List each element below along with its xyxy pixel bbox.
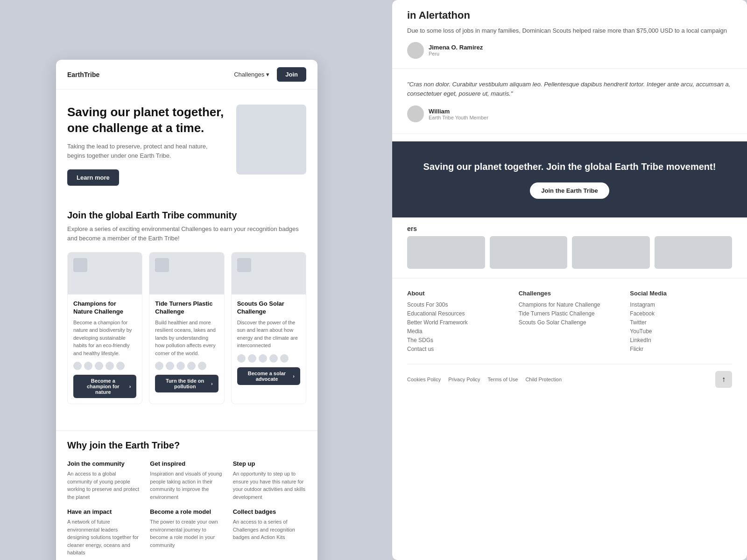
why-heading-1: Join the community (67, 460, 141, 467)
challenge-card-image-2 (149, 252, 224, 294)
why-section: Why join the Earth Tribe? Join the commu… (56, 430, 317, 560)
community-section: Join the global Earth Tribe community Ex… (56, 197, 317, 430)
testimonial-thumb-3 (572, 236, 650, 269)
arrow-right-icon: › (129, 384, 131, 389)
join-earth-tribe-button[interactable]: Join the Earth Tribe (530, 182, 609, 199)
footer-about: About Scouts For 300s Educational Resour… (407, 290, 509, 355)
why-item-impact: Have an impact A network of future envir… (67, 508, 141, 557)
why-heading-4: Have an impact (67, 508, 141, 515)
challenge-title-2: Tide Turners Plastic Challenge (155, 300, 218, 316)
main-card: EarthTribe Challenges ▾ Join Saving our … (56, 60, 317, 560)
footer-terms[interactable]: Terms of Use (488, 377, 518, 382)
why-item-rolemodel: Become a role model The power to create … (150, 508, 223, 557)
challenge-card-image-1 (68, 252, 142, 294)
quote-reviewer: William Earth Tribe Youth Member (407, 105, 732, 122)
challenge-cards: Champions for Nature Challenge Become a … (67, 252, 306, 404)
challenge-desc-2: Build healthier and more resilient ocean… (155, 319, 218, 357)
footer-about-media[interactable]: Media (407, 328, 509, 335)
footer-challenges-champions[interactable]: Champions for Nature Challenge (519, 301, 621, 308)
footer-columns: About Scouts For 300s Educational Resour… (407, 290, 732, 355)
dot (259, 354, 267, 363)
footer-social-title: Social Media (630, 290, 732, 297)
testimonial-thumb-1 (407, 236, 485, 269)
dot (95, 362, 103, 370)
challenge-card-tide: Tide Turners Plastic Challenge Build hea… (149, 252, 224, 404)
footer-privacy[interactable]: Privacy Policy (448, 377, 480, 382)
footer-about-sdgs[interactable]: The SDGs (407, 337, 509, 343)
footer-about-educational[interactable]: Educational Resources (407, 310, 509, 317)
challenge-badge-3 (237, 258, 251, 272)
challenge-card-body-1: Champions for Nature Challenge Become a … (68, 294, 142, 404)
testimonial-grid (392, 236, 747, 278)
footer-child[interactable]: Child Protection (525, 377, 562, 382)
dot (166, 362, 174, 370)
why-text-4: A network of future environmental leader… (67, 518, 141, 557)
why-text-3: An opportunity to step up to ensure you … (233, 470, 306, 501)
learn-more-button[interactable]: Learn more (67, 169, 119, 186)
why-item-inspired: Get inspired Inspiration and visuals of … (150, 460, 223, 501)
why-title: Why join the Earth Tribe? (67, 440, 306, 451)
why-item-badges: Collect badges An access to a series of … (233, 508, 306, 557)
footer-social-youtube[interactable]: YouTube (630, 328, 732, 335)
footer-social-instagram[interactable]: Instagram (630, 301, 732, 308)
why-item-community: Join the community An access to a global… (67, 460, 141, 501)
right-panel: in Alertathon Due to some loss of jobs i… (392, 0, 747, 560)
challenge-card-body-2: Tide Turners Plastic Challenge Build hea… (149, 294, 224, 398)
join-button[interactable]: Join (277, 67, 306, 82)
challenge-card-body-3: Scouts Go Solar Challenge Discover the p… (232, 294, 306, 391)
challenge-cta-3[interactable]: Become a solar advocate › (237, 367, 300, 385)
avatar (407, 42, 424, 59)
why-heading-6: Collect badges (233, 508, 306, 515)
footer-about-scouts[interactable]: Scouts For 300s (407, 301, 509, 308)
footer-social-flickr[interactable]: Flickr (630, 346, 732, 352)
challenges-nav-item[interactable]: Challenges ▾ (234, 71, 269, 78)
challenge-cta-1[interactable]: Become a champion for nature › (73, 375, 136, 398)
dark-cta-section: Saving our planet together. Join the glo… (392, 141, 747, 217)
community-title: Join the global Earth Tribe community (67, 210, 306, 221)
challenge-cta-2[interactable]: Turn the tide on pollution › (155, 375, 218, 392)
why-text-5: The power to create your own environment… (150, 518, 223, 549)
community-description: Explore a series of exciting environment… (67, 224, 306, 243)
dot (73, 362, 82, 370)
why-heading-5: Become a role model (150, 508, 223, 515)
why-grid: Join the community An access to a global… (67, 460, 306, 557)
hero-image (236, 105, 306, 175)
challenge-desc-3: Discover the power of the sun and learn … (237, 319, 300, 350)
hero-section: Saving our planet together, one challeng… (56, 90, 317, 197)
alertathon-section: in Alertathon Due to some loss of jobs i… (392, 0, 747, 69)
hero-text: Saving our planet together, one challeng… (67, 105, 227, 186)
nav-right: Challenges ▾ Join (234, 67, 306, 82)
challenge-card-champions: Champions for Nature Challenge Become a … (67, 252, 142, 404)
challenge-card-solar: Scouts Go Solar Challenge Discover the p… (231, 252, 306, 404)
challenge-title-1: Champions for Nature Challenge (73, 300, 136, 316)
navigation: EarthTribe Challenges ▾ Join (56, 60, 317, 90)
testimonials-label: ers (392, 217, 747, 236)
avatar (407, 105, 424, 122)
why-heading-2: Get inspired (150, 460, 223, 467)
reviewer-name: Jimena O. Ramirez (429, 44, 483, 51)
footer-social-twitter[interactable]: Twitter (630, 319, 732, 326)
dot (155, 362, 163, 370)
quote-text: "Cras non dolor. Curabitur vestibulum al… (407, 80, 732, 99)
chevron-down-icon: ▾ (266, 71, 269, 78)
footer-legal-links: Cookies Policy Privacy Policy Terms of U… (407, 377, 562, 382)
badge-dots-1 (73, 362, 136, 370)
scroll-to-top-button[interactable]: ↑ (715, 371, 732, 388)
footer-challenges-title: Challenges (519, 290, 621, 297)
dot (84, 362, 92, 370)
footer-challenges-tide[interactable]: Tide Turners Plastic Challenge (519, 310, 621, 317)
footer: About Scouts For 300s Educational Resour… (392, 278, 747, 399)
footer-cookies[interactable]: Cookies Policy (407, 377, 441, 382)
footer-challenges-solar[interactable]: Scouts Go Solar Challenge (519, 319, 621, 326)
why-heading-3: Step up (233, 460, 306, 467)
dot (269, 354, 278, 363)
footer-about-contact[interactable]: Contact us (407, 346, 509, 352)
challenge-badge-2 (155, 258, 169, 272)
footer-about-framework[interactable]: Better World Framework (407, 319, 509, 326)
dot (106, 362, 114, 370)
footer-social-linkedin[interactable]: LinkedIn (630, 337, 732, 343)
footer-social-facebook[interactable]: Facebook (630, 310, 732, 317)
reviewer-sub: Peru (429, 51, 483, 56)
logo: EarthTribe (67, 71, 99, 78)
footer-bottom: Cookies Policy Privacy Policy Terms of U… (407, 364, 732, 388)
